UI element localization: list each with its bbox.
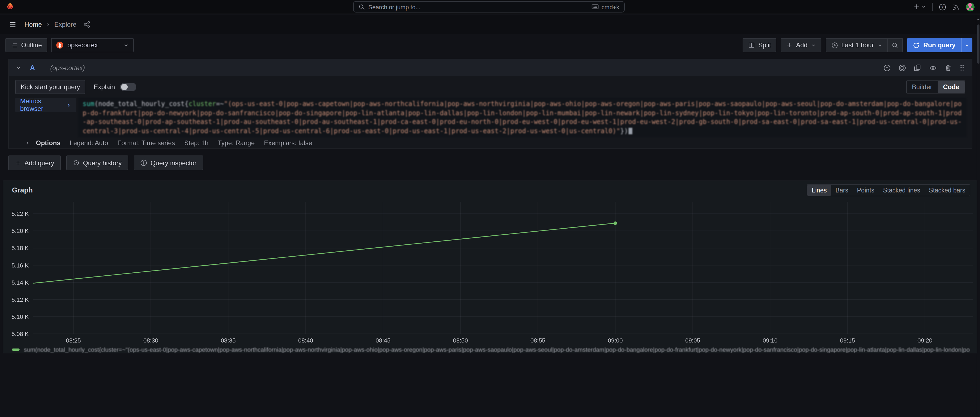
- x-tick-label: 09:05: [685, 337, 700, 344]
- svg-text:?: ?: [942, 5, 943, 9]
- mode-code[interactable]: Code: [938, 81, 965, 93]
- option-format: Format: Time series: [117, 139, 175, 147]
- x-tick-label: 08:25: [66, 337, 81, 344]
- clock-icon: [831, 42, 838, 49]
- query-ref-id: A: [30, 64, 35, 72]
- page-scrollbar[interactable]: [976, 15, 980, 417]
- share-icon[interactable]: [83, 21, 91, 28]
- run-query-dropdown[interactable]: [961, 38, 972, 52]
- run-query-label: Run query: [923, 42, 956, 49]
- menu-icon[interactable]: [9, 21, 17, 28]
- query-actions-row: Add query Query history Query inspector: [8, 155, 203, 170]
- option-step: Step: 1h: [184, 139, 208, 147]
- chevron-up-icon[interactable]: [976, 18, 980, 22]
- query-help-icon[interactable]: ?: [883, 64, 891, 72]
- split-button[interactable]: Split: [743, 38, 776, 52]
- y-tick-label: 5.08 K: [11, 331, 29, 337]
- zoom-out-button[interactable]: [888, 38, 903, 52]
- time-controls: Last 1 hour: [826, 38, 903, 52]
- x-tick-label: 09:10: [763, 337, 778, 344]
- outline-button[interactable]: Outline: [5, 38, 47, 52]
- time-series-chart[interactable]: 08:2508:3008:3508:4008:4508:5008:5509:00…: [4, 197, 977, 344]
- chevron-down-icon: [921, 4, 926, 9]
- scrollbar-thumb[interactable]: [977, 24, 979, 64]
- y-tick-label: 5.10 K: [11, 313, 29, 320]
- kick-start-button[interactable]: Kick start your query: [15, 80, 86, 94]
- refresh-icon: [912, 42, 920, 49]
- explain-label: Explain: [94, 83, 115, 91]
- hide-response-icon[interactable]: [929, 64, 937, 72]
- zoom-out-icon: [891, 42, 898, 49]
- graph-style-switcher: Lines Bars Points Stacked lines Stacked …: [807, 184, 970, 196]
- query-collapse-toggle[interactable]: [16, 65, 21, 70]
- chevron-down-icon: [811, 43, 816, 48]
- query-editor-row: Metrics browser sum(node_total_hourly_co…: [15, 98, 966, 137]
- run-query-button[interactable]: Run query: [907, 38, 961, 52]
- mode-builder[interactable]: Builder: [907, 81, 938, 93]
- query-row-header[interactable]: A (ops-cortex) ?: [9, 59, 972, 76]
- query-expression[interactable]: sum(node_total_hourly_cost{cluster=~"(op…: [78, 98, 966, 137]
- list-icon: [11, 42, 18, 48]
- query-history-button[interactable]: Query history: [66, 155, 128, 170]
- datasource-picker[interactable]: ops-cortex: [51, 38, 134, 52]
- split-icon: [748, 42, 755, 48]
- plus-icon: [913, 3, 920, 10]
- add-label: Add: [796, 42, 808, 49]
- nav-divider: [932, 3, 933, 11]
- explore-toolbar: Outline ops-cortex Split Add: [5, 38, 972, 52]
- drag-handle-icon[interactable]: [959, 64, 965, 72]
- help-icon: ?: [939, 3, 946, 11]
- style-lines[interactable]: Lines: [808, 185, 831, 196]
- x-tick-label: 08:55: [530, 337, 546, 344]
- info-icon: [140, 159, 147, 166]
- user-avatar[interactable]: [966, 2, 975, 11]
- help-button[interactable]: ?: [939, 3, 946, 11]
- add-button[interactable]: Add: [781, 38, 821, 52]
- plus-icon: [786, 42, 793, 48]
- add-menu-button[interactable]: [913, 3, 926, 10]
- chevron-down-icon: [964, 43, 969, 48]
- legend-series-label[interactable]: sum(node_total_hourly_cost{cluster=~"(op…: [24, 346, 970, 353]
- add-query-label: Add query: [24, 159, 54, 167]
- prometheus-icon: [56, 42, 64, 49]
- options-label[interactable]: Options: [36, 139, 60, 147]
- search-input[interactable]: Search or jump to... cmd+k: [353, 1, 625, 13]
- duplicate-query-icon[interactable]: [914, 64, 921, 72]
- chevron-right-icon[interactable]: [25, 141, 30, 145]
- breadcrumb-bar: Home Explore: [0, 15, 980, 34]
- style-points[interactable]: Points: [853, 185, 879, 196]
- svg-text:?: ?: [886, 66, 888, 70]
- x-tick-label: 09:20: [918, 337, 932, 344]
- search-shortcut: cmd+k: [592, 3, 619, 10]
- top-nav: Search or jump to... cmd+k ?: [0, 0, 980, 14]
- top-nav-actions: ?: [913, 0, 975, 14]
- toolbar-right: Split Add Last 1 hour: [743, 38, 972, 52]
- breadcrumb: Home Explore: [24, 21, 76, 28]
- breadcrumb-home[interactable]: Home: [24, 21, 42, 28]
- style-bars[interactable]: Bars: [831, 185, 853, 196]
- query-inspector-button[interactable]: Query inspector: [134, 155, 203, 170]
- news-button[interactable]: [952, 3, 960, 11]
- query-editor-panel: A (ops-cortex) ?: [8, 59, 972, 149]
- x-tick-label: 08:35: [221, 337, 236, 344]
- grafana-logo-icon[interactable]: [5, 2, 15, 11]
- outline-label: Outline: [21, 42, 42, 49]
- style-stacked-lines[interactable]: Stacked lines: [879, 185, 924, 196]
- metrics-browser-button[interactable]: Metrics browser: [15, 98, 76, 112]
- history-icon: [73, 159, 80, 166]
- add-query-button[interactable]: Add query: [8, 155, 60, 170]
- y-tick-label: 5.12 K: [11, 296, 29, 303]
- kick-start-label: Kick start your query: [21, 83, 80, 91]
- time-range-picker[interactable]: Last 1 hour: [826, 38, 888, 52]
- breadcrumb-explore[interactable]: Explore: [54, 21, 76, 28]
- metrics-browser-label: Metrics browser: [20, 97, 63, 113]
- news-icon: [952, 3, 960, 11]
- explain-toggle[interactable]: [120, 83, 136, 91]
- query-row-actions: ?: [883, 64, 965, 72]
- remove-query-icon[interactable]: [945, 64, 952, 72]
- y-tick-label: 5.18 K: [11, 244, 29, 251]
- graph-title: Graph: [12, 186, 33, 194]
- toggle-knob: [121, 84, 127, 90]
- style-stacked-bars[interactable]: Stacked bars: [924, 185, 970, 196]
- disable-query-icon[interactable]: [899, 64, 906, 72]
